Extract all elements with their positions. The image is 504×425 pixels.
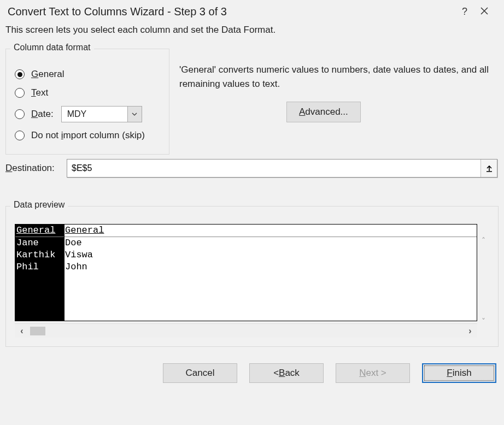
vertical-scrollbar[interactable]: ˄ ˅ [477,224,489,338]
horizontal-scrollbar[interactable]: ‹ › [15,323,477,338]
scroll-down-icon[interactable]: ˅ [482,317,485,326]
finish-button[interactable]: Finish [422,363,496,383]
advanced-button[interactable]: Advanced... [286,102,361,122]
radio-date[interactable]: Date: MDY [15,106,162,122]
radio-icon [15,88,25,98]
date-format-select[interactable]: MDY [61,106,142,122]
date-format-value: MDY [62,107,127,122]
data-preview[interactable]: General Jane Karthik Phil General Doe Vi… [15,224,477,321]
radio-label: General [31,69,65,80]
radio-skip[interactable]: Do not import column (skip) [15,130,162,141]
scroll-left-icon[interactable]: ‹ [15,326,29,336]
radio-text[interactable]: Text [15,87,162,98]
dialog-subtitle: This screen lets you select each column … [0,21,504,44]
radio-label: Do not import column (skip) [31,130,145,141]
range-picker-icon[interactable] [480,160,497,177]
format-legend: Column data format [10,43,94,52]
radio-label: Text [31,87,48,98]
cancel-button[interactable]: Cancel [163,363,237,383]
preview-cell: Doe [64,237,477,249]
preview-col-header: General [15,225,64,237]
chevron-down-icon[interactable] [127,107,142,122]
preview-cell: Phil [15,261,64,273]
preview-column-1[interactable]: General Jane Karthik Phil [15,225,64,321]
radio-general[interactable]: General [15,69,162,80]
preview-cell: John [64,261,477,273]
scrollbar-thumb[interactable] [30,327,45,335]
destination-label: Destination: [5,163,67,174]
close-icon[interactable] [474,6,494,17]
radio-icon [15,131,25,140]
radio-label: Date: [31,109,54,120]
radio-icon [15,109,25,119]
preview-cell: Jane [15,237,64,249]
preview-cell: Karthik [15,249,64,261]
preview-column-2[interactable]: General Doe Viswa John [64,225,477,321]
radio-icon [15,69,25,79]
preview-cell: Viswa [64,249,477,261]
next-button: Next > [336,363,410,383]
preview-col-header: General [64,225,477,237]
format-description: 'General' converts numeric values to num… [179,63,494,92]
dialog-title: Convert Text to Columns Wizard - Step 3 … [8,5,455,18]
preview-legend: Data preview [10,200,68,210]
scroll-up-icon[interactable]: ˄ [482,236,485,245]
back-button[interactable]: < Back [249,363,324,383]
help-icon[interactable]: ? [455,6,474,17]
destination-input[interactable] [67,160,480,177]
scroll-right-icon[interactable]: › [463,326,477,336]
